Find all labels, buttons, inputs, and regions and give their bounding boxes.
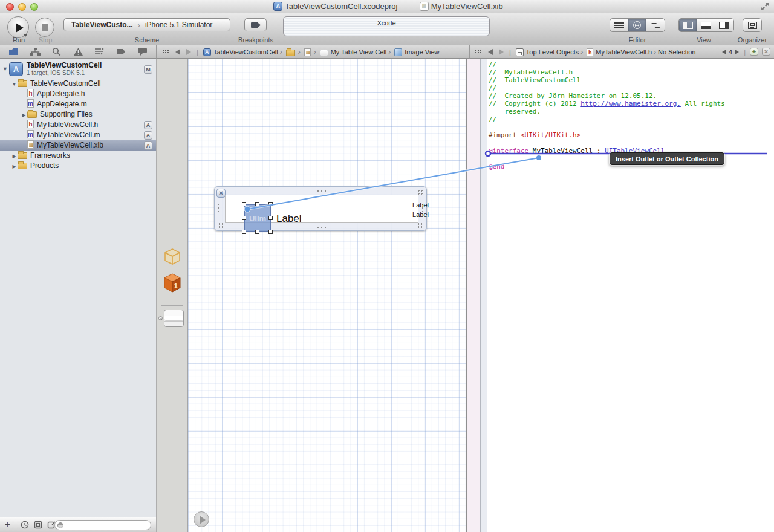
ib-canvas[interactable]: ✕ UIIm Label Label Label (188, 59, 466, 532)
selection-handle[interactable] (242, 230, 246, 234)
jumpbar-separator: | (744, 48, 746, 56)
cell-title-label[interactable]: Label (276, 213, 302, 225)
recent-files-icon[interactable] (21, 521, 29, 529)
forward-arrow-icon[interactable] (499, 49, 504, 55)
breadcrumb-item[interactable]: Top Level Objects (526, 48, 579, 56)
issue-navigator-icon[interactable] (73, 47, 83, 56)
project-row[interactable]: ▼ TableViewCustomCell 1 target, iOS SDK … (0, 60, 156, 79)
file-row[interactable]: ▶Supporting Files (0, 109, 156, 120)
folder-file-icon (18, 163, 27, 169)
file-row[interactable]: MyTableViewCell.hA (0, 120, 156, 130)
resize-dots[interactable] (218, 222, 224, 229)
assistant-code-editor[interactable]: //// MyTableViewCell.h// TableViewCustom… (481, 59, 774, 532)
selection-handle[interactable] (242, 216, 246, 220)
activity-viewer: Xcode (283, 16, 490, 36)
project-subtitle: 1 target, iOS SDK 5.1 (27, 70, 85, 76)
project-navigator-icon[interactable] (8, 47, 19, 56)
close-icon[interactable]: ✕ (216, 189, 226, 198)
simulate-document-button[interactable] (194, 511, 209, 527)
file-row[interactable]: ▶Frameworks (0, 151, 156, 161)
standard-editor-icon (614, 22, 624, 29)
add-assistant-editor-button[interactable]: + (750, 48, 758, 56)
next-counterpart-icon[interactable] (735, 50, 739, 54)
selection-handle[interactable] (255, 202, 259, 206)
file-row[interactable]: MyTableViewCell.xibA (0, 140, 156, 151)
box-icon (516, 48, 524, 56)
breadcrumb-item[interactable]: Image View (405, 48, 439, 56)
code-line (489, 139, 774, 147)
proj-icon (203, 48, 211, 56)
scheme-target[interactable]: TableViewCusto... (64, 21, 138, 29)
table-view-cell-object[interactable] (164, 310, 184, 327)
selection-handle[interactable] (268, 230, 273, 234)
assistant-editor-button[interactable] (628, 19, 646, 31)
table-view-cell[interactable]: UIIm Label Label Label (225, 195, 418, 223)
breadcrumb-item[interactable]: My Table View Cell (331, 48, 387, 56)
selection-handle[interactable] (268, 202, 273, 206)
scheme-destination[interactable]: iPhone 5.1 Simulator (140, 21, 218, 29)
search-navigator-icon[interactable] (51, 47, 62, 56)
navigator-pane-toggle[interactable] (679, 19, 697, 31)
source-control-status-icon[interactable] (34, 521, 42, 529)
image-view[interactable]: UIIm (244, 204, 271, 232)
forward-arrow-icon[interactable] (186, 49, 191, 55)
breadcrumb-item[interactable]: No Selection (658, 48, 695, 56)
cell-detail-label[interactable]: Label (389, 201, 429, 209)
add-file-button[interactable]: + (5, 519, 10, 529)
selection-handle[interactable] (268, 216, 273, 220)
first-responder-icon[interactable]: 1 (163, 273, 181, 293)
breadcrumb-item[interactable]: MyTableViewCell.h (596, 48, 652, 56)
utilities-pane-toggle[interactable] (715, 19, 733, 31)
resize-dots[interactable] (316, 226, 326, 229)
standard-editor-button[interactable] (610, 19, 628, 31)
stop-button[interactable] (35, 18, 54, 37)
disclosure-triangle[interactable]: ▶ (11, 161, 18, 172)
file-name: AppDelegate.m (37, 100, 87, 108)
previous-counterpart-icon[interactable] (722, 50, 726, 54)
back-arrow-icon[interactable] (488, 49, 493, 55)
version-editor-button[interactable] (646, 19, 665, 31)
breadcrumb-item[interactable]: TableViewCustomCell (213, 48, 278, 56)
folder-file-icon (18, 152, 27, 159)
code-line: // Copyright (c) 2012 http://www.hameist… (489, 100, 774, 108)
file-row[interactable]: MyTableViewCell.mA (0, 130, 156, 140)
navigator-filter-field[interactable] (54, 520, 151, 530)
disclosure-triangle[interactable]: ▶ (11, 151, 18, 161)
breakpoint-navigator-icon[interactable] (116, 47, 126, 56)
file-row[interactable]: AppDelegate.h (0, 89, 156, 99)
breakpoints-button[interactable] (244, 18, 267, 31)
folder-file-icon (18, 80, 27, 87)
filter-icon (57, 522, 63, 528)
organizer-button[interactable] (743, 18, 762, 32)
related-items-icon[interactable] (475, 49, 481, 54)
ib-jump-bar: | TableViewCustomCell›››My Table View Ce… (157, 45, 470, 59)
scheme-selector[interactable]: TableViewCusto... › iPhone 5.1 Simulator (63, 18, 230, 31)
log-navigator-icon[interactable] (137, 47, 148, 56)
file-row[interactable]: ▼TableViewCustomCell (0, 79, 156, 89)
debug-navigator-icon[interactable] (94, 47, 105, 56)
debug-pane-toggle[interactable] (697, 19, 715, 31)
disclosure-triangle[interactable]: ▼ (2, 66, 8, 72)
symbol-navigator-icon[interactable] (30, 47, 41, 56)
close-assistant-editor-button[interactable]: × (762, 48, 770, 56)
selection-handle[interactable] (255, 230, 259, 234)
resize-dots[interactable] (217, 203, 220, 212)
resize-dots[interactable] (316, 190, 326, 192)
file-row[interactable]: AppDelegate.m (0, 99, 156, 109)
run-button[interactable] (7, 16, 29, 38)
selected-object-indicator (158, 316, 163, 320)
selection-handle[interactable] (242, 202, 246, 206)
fullscreen-icon[interactable] (761, 2, 769, 11)
disclosure-triangle[interactable]: ▼ (11, 79, 18, 89)
cell-detail-label[interactable]: Label (389, 211, 429, 218)
related-items-icon[interactable] (162, 49, 169, 54)
source-control-badge: A (144, 141, 152, 150)
resize-dots[interactable] (417, 222, 423, 229)
cell-design-container[interactable]: ✕ UIIm Label Label Label (214, 186, 427, 231)
disclosure-triangle[interactable]: ▶ (21, 110, 27, 120)
files-owner-icon[interactable] (163, 248, 181, 266)
back-arrow-icon[interactable] (175, 49, 180, 55)
file-list: ▼TableViewCustomCellAppDelegate.hAppDele… (0, 79, 156, 171)
file-row[interactable]: ▶Products (0, 161, 156, 171)
code-line: // MyTableViewCell.h (489, 68, 774, 76)
